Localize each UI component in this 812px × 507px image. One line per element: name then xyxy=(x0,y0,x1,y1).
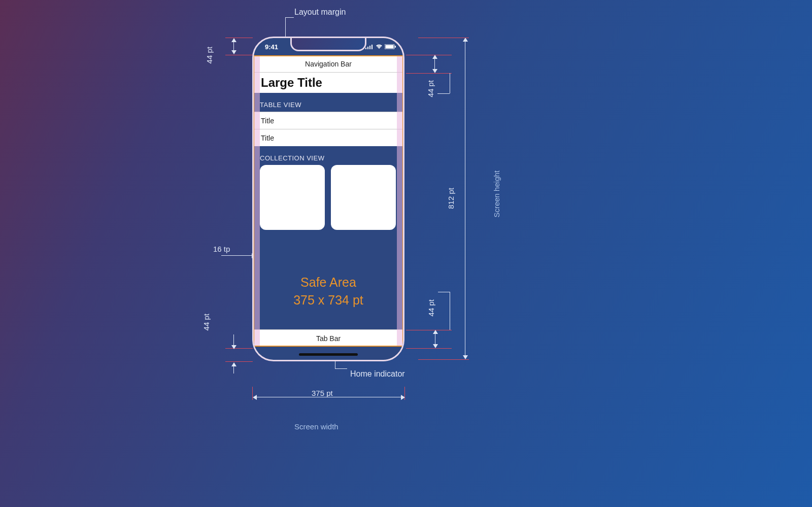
tick xyxy=(418,359,469,360)
svg-rect-2 xyxy=(369,46,370,49)
dim-home-indicator: 44 pt xyxy=(202,314,211,330)
arrow-screen-height xyxy=(465,42,465,355)
arrowhead-icon xyxy=(231,345,236,349)
arrowhead-icon xyxy=(432,55,437,59)
phone-frame: 9:41 Navigation Bar Large Title xyxy=(252,37,404,361)
label-layout-margin: Layout margin xyxy=(294,8,346,17)
battery-icon xyxy=(385,44,396,49)
collection-cell xyxy=(331,165,396,230)
layout-margin-right xyxy=(397,55,403,347)
arrowhead-icon xyxy=(253,395,257,400)
arrowhead-icon xyxy=(231,362,236,366)
table-view-header: TABLE VIEW xyxy=(254,93,403,112)
collection-cell xyxy=(260,165,325,230)
dim-nav-bar: 44 pt xyxy=(426,80,435,97)
tick xyxy=(225,361,253,362)
nav-bar-label: Navigation Bar xyxy=(305,60,352,68)
notch xyxy=(290,38,366,51)
phone-content: Navigation Bar Large Title TABLE VIEW Ti… xyxy=(254,55,403,347)
tick xyxy=(418,38,469,38)
svg-rect-5 xyxy=(386,45,394,49)
callout-line xyxy=(438,292,450,292)
collection-view-header: COLLECTION VIEW xyxy=(254,146,403,165)
tab-bar: Tab Bar xyxy=(254,329,403,347)
dim-status-bar: 44 pt xyxy=(205,47,214,63)
svg-rect-6 xyxy=(395,46,396,48)
layout-margin-left xyxy=(254,55,260,347)
callout-line xyxy=(335,368,347,369)
arrowhead-icon xyxy=(401,395,405,400)
arrowhead-icon xyxy=(433,330,438,334)
table-row: Title xyxy=(254,129,403,146)
dim-screen-width: 375 pt xyxy=(312,389,333,397)
label-home-indicator: Home indicator xyxy=(350,369,405,379)
large-title-text: Large Title xyxy=(261,76,322,90)
svg-rect-0 xyxy=(365,48,366,49)
diagram-stage: Layout margin 44 pt 44 pt 44 pt 44 pt 16… xyxy=(0,0,812,507)
tick xyxy=(225,38,253,38)
callout-line xyxy=(286,17,294,18)
label-screen-height: Screen height xyxy=(492,171,501,218)
table-row-label: Title xyxy=(261,117,274,125)
dim-screen-height: 812 pt xyxy=(447,188,455,209)
arrowhead-icon xyxy=(463,355,468,359)
tick xyxy=(225,55,253,55)
signal-icon xyxy=(365,44,374,49)
arrow-vert xyxy=(233,366,234,374)
callout-line xyxy=(437,93,450,94)
safe-area-line1: Safe Area xyxy=(254,274,403,291)
svg-rect-3 xyxy=(371,45,373,49)
dim-tab-bar: 44 pt xyxy=(427,299,435,316)
table-row: Title xyxy=(254,112,403,129)
arrowhead-icon xyxy=(432,69,437,73)
dim-layout-margin: 16 tp xyxy=(213,245,230,253)
status-time: 9:41 xyxy=(265,43,278,51)
label-screen-width: Screen width xyxy=(294,422,339,431)
tick xyxy=(406,348,452,349)
status-icons xyxy=(365,44,396,49)
tick xyxy=(406,55,452,55)
arrowhead-icon xyxy=(231,38,236,42)
large-title: Large Title xyxy=(254,73,403,93)
arrow-vert xyxy=(233,334,234,346)
arrow-vert xyxy=(435,333,435,345)
tick xyxy=(225,348,253,349)
home-indicator xyxy=(299,353,358,356)
tab-bar-label: Tab Bar xyxy=(316,334,341,343)
arrowhead-icon xyxy=(433,344,438,348)
navigation-bar: Navigation Bar xyxy=(254,55,403,73)
safe-area-line2: 375 x 734 pt xyxy=(254,291,403,309)
arrow-vert xyxy=(233,42,234,51)
arrowhead-icon xyxy=(231,50,236,54)
arrowhead-icon xyxy=(463,38,468,42)
arrow-vert xyxy=(434,58,435,70)
arrow-hor xyxy=(221,255,252,256)
wifi-icon xyxy=(376,44,383,49)
table-row-label: Title xyxy=(261,134,274,142)
collection-view xyxy=(254,165,403,230)
tick xyxy=(406,330,452,330)
callout-line xyxy=(450,292,450,330)
svg-rect-1 xyxy=(367,47,368,49)
safe-area-label: Safe Area 375 x 734 pt xyxy=(254,274,403,309)
callout-line xyxy=(450,73,450,93)
tick xyxy=(406,73,452,74)
